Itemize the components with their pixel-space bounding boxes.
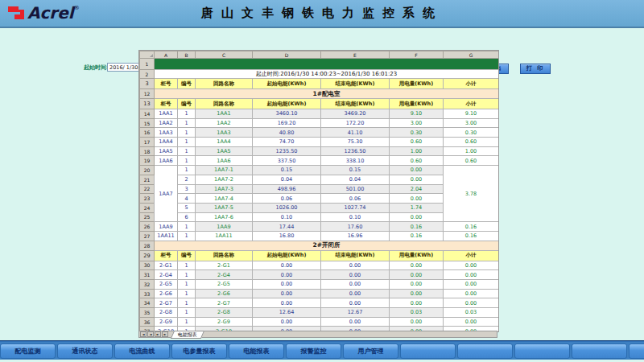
column-header-F[interactable]: F (390, 51, 444, 59)
cell-F13[interactable]: 用电量(KWh) (390, 99, 444, 109)
cell-G29[interactable]: 小计 (444, 250, 499, 261)
nav-tab-energy-report[interactable]: 电能报表 (229, 343, 284, 359)
cell-D22[interactable]: 498.96 (253, 184, 321, 194)
row-number-32[interactable]: 32 (140, 280, 155, 290)
cell-E3[interactable]: 结束电能(KWh) (321, 79, 390, 89)
cell-A14[interactable]: 1AA1 (155, 109, 178, 119)
cell-G16[interactable]: 0.30 (444, 128, 499, 138)
cell-F16[interactable]: 0.30 (390, 128, 444, 138)
cell-B22[interactable]: 3 (178, 184, 196, 194)
cell-B14[interactable]: 1 (178, 109, 196, 119)
cell-D27[interactable]: 16.80 (253, 231, 321, 241)
cell-A3[interactable]: 柜号 (155, 79, 178, 89)
cell-F29[interactable]: 用电量(KWh) (390, 250, 444, 261)
cell-F22[interactable]: 2.04 (390, 184, 444, 194)
cell-E27[interactable]: 16.96 (321, 231, 390, 241)
cell-C14[interactable]: 1AA1 (196, 109, 253, 119)
cell-C32[interactable]: 2-G5 (196, 280, 253, 290)
cell-C25[interactable]: 1AA7-6 (196, 212, 253, 222)
cell-F35[interactable]: 0.03 (390, 308, 444, 318)
cell-B35[interactable]: 1 (178, 308, 196, 318)
cell-F17[interactable]: 0.60 (390, 138, 444, 147)
cell-G19[interactable]: 0.60 (444, 156, 499, 166)
print-button[interactable]: 打 印 (520, 64, 551, 74)
cell-C34[interactable]: 2-G7 (196, 298, 253, 308)
cell-F23[interactable]: 0.00 (390, 194, 444, 204)
cell-A20[interactable]: 1AA7 (155, 166, 178, 222)
cell-G3[interactable]: 小计 (444, 79, 499, 89)
cell-G15[interactable]: 3.00 (444, 118, 499, 128)
cell-C16[interactable]: 1AA3 (196, 128, 253, 138)
row-number-20[interactable]: 20 (140, 166, 155, 175)
cell-D16[interactable]: 40.80 (253, 128, 321, 138)
cell-section-row12[interactable]: 1#配电室 (155, 89, 499, 99)
cell-E29[interactable]: 结束电能(KWh) (321, 250, 390, 261)
cell-B27[interactable]: 1 (178, 231, 196, 241)
row-number-30[interactable]: 30 (140, 261, 155, 270)
row-number-16[interactable]: 16 (140, 128, 155, 138)
column-header-C[interactable]: C (196, 51, 253, 59)
cell-G30[interactable]: 0.00 (444, 261, 499, 270)
cell-B29[interactable]: 编号 (178, 250, 196, 261)
cell-E18[interactable]: 1236.50 (321, 146, 390, 156)
cell-E13[interactable]: 结束电能(KWh) (321, 99, 390, 109)
row-number-12[interactable]: 12 (140, 89, 155, 99)
row-number-13[interactable]: 13 (140, 99, 155, 109)
nav-tab-comm-status[interactable]: 通讯状态 (57, 343, 113, 359)
row-number-2[interactable]: 2 (140, 70, 155, 79)
cell-A33[interactable]: 2-G6 (155, 289, 178, 298)
cell-B33[interactable]: 1 (178, 289, 196, 298)
cell-A13[interactable]: 柜号 (155, 99, 178, 109)
cell-E31[interactable]: 0.00 (321, 270, 390, 280)
cell-A36[interactable]: 2-G9 (155, 317, 178, 327)
row-number-29[interactable]: 29 (140, 250, 155, 261)
cell-A18[interactable]: 1AA5 (155, 146, 178, 156)
cell-A32[interactable]: 2-G5 (155, 280, 178, 290)
cell-D35[interactable]: 12.64 (253, 308, 321, 318)
cell-C15[interactable]: 1AA2 (196, 118, 253, 128)
cell-F34[interactable]: 0.00 (390, 298, 444, 308)
cell-G35[interactable]: 0.03 (444, 308, 499, 318)
cell-A34[interactable]: 2-G7 (155, 298, 178, 308)
cell-C19[interactable]: 1AA6 (196, 156, 253, 166)
row-number-3[interactable]: 3 (140, 79, 155, 89)
cell-B3[interactable]: 编号 (178, 79, 196, 89)
cell-C31[interactable]: 2-G4 (196, 270, 253, 280)
cell-F26[interactable]: 0.16 (390, 222, 444, 232)
cell-B25[interactable]: 6 (178, 212, 196, 222)
row-number-15[interactable]: 15 (140, 118, 155, 128)
cell-A35[interactable]: 2-G8 (155, 308, 178, 318)
cell-F36[interactable]: 0.00 (390, 317, 444, 327)
cell-C22[interactable]: 1AA7-3 (196, 184, 253, 194)
column-header-B[interactable]: B (178, 51, 196, 59)
sheet-nav-last-icon[interactable]: ► (162, 331, 168, 337)
cell-D21[interactable]: 0.04 (253, 175, 321, 184)
cell-E19[interactable]: 338.10 (321, 156, 390, 166)
cell-B17[interactable]: 1 (178, 138, 196, 147)
cell-D31[interactable]: 0.00 (253, 270, 321, 280)
cell-C30[interactable]: 2-G1 (196, 261, 253, 270)
cell-A15[interactable]: 1AA2 (155, 118, 178, 128)
cell-D36[interactable]: 0.00 (253, 317, 321, 327)
row-number-31[interactable]: 31 (140, 270, 155, 280)
row-number-27[interactable]: 27 (140, 231, 155, 241)
sheet-nav-first-icon[interactable]: ◄ (140, 331, 147, 337)
cell-E23[interactable]: 0.06 (321, 194, 390, 204)
cell-D34[interactable]: 0.00 (253, 298, 321, 308)
cell-F3[interactable]: 用电量(KWh) (390, 79, 444, 89)
cell-A19[interactable]: 1AA6 (155, 156, 178, 166)
cell-G34[interactable]: 0.00 (444, 298, 499, 308)
row-number-35[interactable]: 35 (140, 308, 155, 318)
nav-tab-param-report[interactable]: 电参量报表 (171, 343, 227, 359)
nav-tab-power-distribution-monitor[interactable]: 配电监测 (0, 343, 56, 359)
select-all-corner[interactable] (140, 51, 155, 59)
cell-B13[interactable]: 编号 (178, 99, 196, 109)
cell-D14[interactable]: 3460.10 (253, 109, 321, 119)
cell-G14[interactable]: 9.10 (444, 109, 499, 119)
cell-D17[interactable]: 74.70 (253, 138, 321, 147)
cell-F24[interactable]: 1.74 (390, 203, 444, 212)
row-number-23[interactable]: 23 (140, 194, 155, 204)
cell-A29[interactable]: 柜号 (155, 250, 178, 261)
nav-tab-user-management[interactable]: 用户管理 (343, 343, 398, 359)
cell-D29[interactable]: 起始电能(KWh) (253, 250, 321, 261)
